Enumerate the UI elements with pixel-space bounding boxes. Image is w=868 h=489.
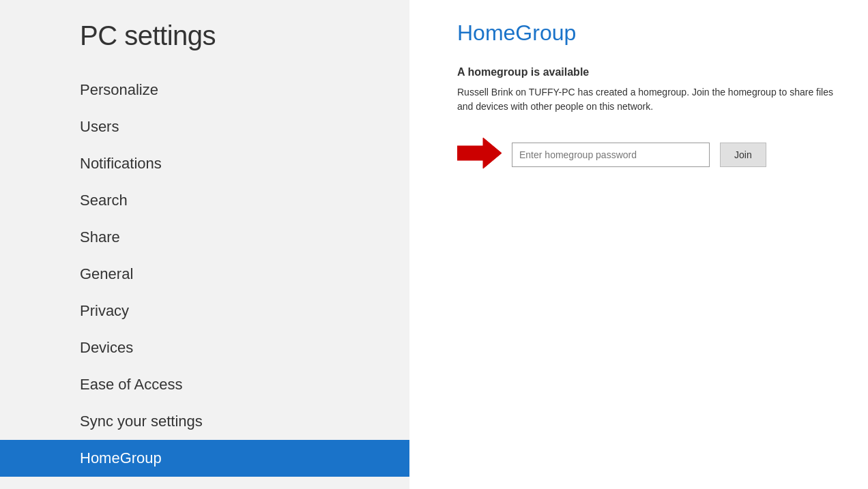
homegroup-available-heading: A homegroup is available xyxy=(457,66,834,78)
nav-item-windows-update[interactable]: Windows Update xyxy=(0,477,409,489)
app-title: PC settings xyxy=(0,7,409,72)
nav-item-sync-your-settings[interactable]: Sync your settings xyxy=(0,403,409,440)
svg-marker-0 xyxy=(457,138,502,168)
nav-item-privacy[interactable]: Privacy xyxy=(0,293,409,329)
nav-item-devices[interactable]: Devices xyxy=(0,329,409,366)
nav-item-personalize[interactable]: Personalize xyxy=(0,72,409,108)
nav-item-ease-of-access[interactable]: Ease of Access xyxy=(0,366,409,403)
nav-item-users[interactable]: Users xyxy=(0,108,409,145)
main-content: HomeGroup A homegroup is available Russe… xyxy=(409,0,868,489)
nav-item-notifications[interactable]: Notifications xyxy=(0,145,409,182)
nav-item-general[interactable]: General xyxy=(0,256,409,293)
sidebar: PC settings PersonalizeUsersNotification… xyxy=(0,0,409,489)
arrow-icon xyxy=(457,134,502,175)
nav-item-share[interactable]: Share xyxy=(0,219,409,256)
page-title: HomeGroup xyxy=(457,20,834,46)
nav-list: PersonalizeUsersNotificationsSearchShare… xyxy=(0,72,409,489)
join-button[interactable]: Join xyxy=(720,143,766,167)
nav-item-homegroup[interactable]: HomeGroup xyxy=(0,440,409,477)
homegroup-password-input[interactable] xyxy=(512,143,710,167)
nav-item-search[interactable]: Search xyxy=(0,182,409,219)
join-row: Join xyxy=(457,134,834,175)
homegroup-description: Russell Brink on TUFFY-PC has created a … xyxy=(457,85,834,114)
